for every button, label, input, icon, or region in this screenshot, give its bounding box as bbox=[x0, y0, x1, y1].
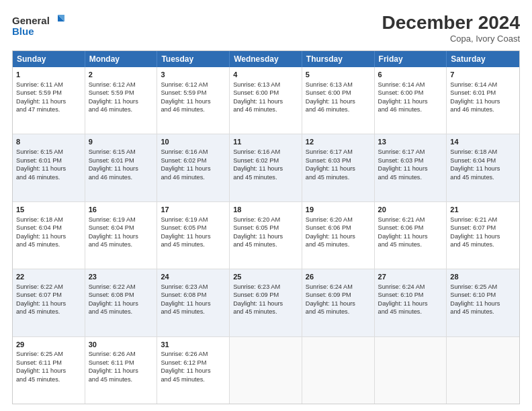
calendar-cell: 17Sunrise: 6:19 AMSunset: 6:05 PMDayligh… bbox=[157, 202, 230, 269]
day-info-line: Daylight: 11 hours bbox=[378, 165, 443, 173]
day-info-line: Daylight: 11 hours bbox=[161, 165, 226, 173]
calendar-cell: 26Sunrise: 6:24 AMSunset: 6:09 PMDayligh… bbox=[302, 269, 375, 336]
day-info-line: and 46 minutes. bbox=[89, 173, 154, 181]
day-info-line: Sunset: 6:10 PM bbox=[378, 291, 443, 299]
day-info-line: and 45 minutes. bbox=[16, 240, 81, 248]
day-info-line: Sunrise: 6:14 AM bbox=[450, 81, 516, 89]
day-number: 30 bbox=[89, 340, 154, 350]
day-info-line: Sunset: 6:02 PM bbox=[233, 156, 298, 165]
day-info-line: Daylight: 11 hours bbox=[89, 232, 154, 240]
calendar-header-cell: Thursday bbox=[302, 51, 375, 67]
day-info-line: Daylight: 11 hours bbox=[450, 165, 516, 173]
calendar-cell: 24Sunrise: 6:23 AMSunset: 6:08 PMDayligh… bbox=[157, 269, 230, 336]
subtitle: Copa, Ivory Coast bbox=[382, 34, 520, 44]
day-info-line: Sunrise: 6:13 AM bbox=[306, 81, 371, 89]
calendar-cell bbox=[375, 337, 447, 404]
day-info-line: Sunrise: 6:26 AM bbox=[89, 350, 154, 358]
day-info-line: and 45 minutes. bbox=[89, 240, 154, 248]
day-number: 25 bbox=[233, 272, 298, 282]
calendar-cell: 29Sunrise: 6:25 AMSunset: 6:11 PMDayligh… bbox=[13, 337, 85, 404]
day-info-line: and 45 minutes. bbox=[161, 308, 226, 316]
day-info-line: Sunrise: 6:13 AM bbox=[233, 81, 298, 89]
calendar-row: 29Sunrise: 6:25 AMSunset: 6:11 PMDayligh… bbox=[13, 337, 519, 404]
day-info-line: Sunrise: 6:26 AM bbox=[161, 350, 226, 358]
day-info-line: Sunrise: 6:23 AM bbox=[233, 283, 298, 291]
day-info-line: Sunset: 6:03 PM bbox=[378, 156, 443, 165]
day-info-line: Sunrise: 6:16 AM bbox=[161, 148, 226, 156]
day-info-line: Sunset: 6:00 PM bbox=[378, 89, 443, 97]
day-number: 1 bbox=[16, 70, 81, 80]
day-info-line: and 45 minutes. bbox=[306, 173, 371, 181]
day-info-line: Daylight: 11 hours bbox=[161, 232, 226, 240]
day-info-line: Sunset: 5:59 PM bbox=[161, 89, 226, 97]
day-info-line: and 45 minutes. bbox=[450, 308, 516, 316]
calendar-header: SundayMondayTuesdayWednesdayThursdayFrid… bbox=[13, 51, 519, 67]
calendar-cell: 15Sunrise: 6:18 AMSunset: 6:04 PMDayligh… bbox=[13, 202, 85, 269]
day-info-line: Sunset: 6:09 PM bbox=[233, 291, 298, 299]
day-number: 17 bbox=[161, 205, 226, 215]
day-info-line: and 46 minutes. bbox=[450, 105, 516, 113]
day-info-line: Daylight: 11 hours bbox=[233, 300, 298, 308]
day-info-line: Sunrise: 6:25 AM bbox=[16, 350, 81, 358]
day-info-line: Daylight: 11 hours bbox=[89, 300, 154, 308]
day-info-line: Sunrise: 6:20 AM bbox=[306, 216, 371, 224]
calendar-cell: 21Sunrise: 6:21 AMSunset: 6:07 PMDayligh… bbox=[447, 202, 519, 269]
calendar-cell: 10Sunrise: 6:16 AMSunset: 6:02 PMDayligh… bbox=[157, 134, 230, 201]
day-info-line: and 45 minutes. bbox=[450, 173, 516, 181]
day-info-line: Sunrise: 6:20 AM bbox=[233, 216, 298, 224]
day-info-line: Daylight: 11 hours bbox=[161, 367, 226, 375]
day-info-line: Daylight: 11 hours bbox=[306, 165, 371, 173]
calendar-cell: 31Sunrise: 6:26 AMSunset: 6:12 PMDayligh… bbox=[157, 337, 230, 404]
calendar-cell: 27Sunrise: 6:24 AMSunset: 6:10 PMDayligh… bbox=[375, 269, 447, 336]
calendar-cell bbox=[230, 337, 302, 404]
day-info-line: Sunset: 6:06 PM bbox=[306, 224, 371, 232]
day-info-line: and 45 minutes. bbox=[233, 308, 298, 316]
calendar-header-cell: Tuesday bbox=[157, 51, 230, 67]
calendar-row: 1Sunrise: 6:11 AMSunset: 5:59 PMDaylight… bbox=[13, 67, 519, 134]
day-info-line: and 46 minutes. bbox=[16, 173, 81, 181]
day-info-line: Daylight: 11 hours bbox=[16, 165, 81, 173]
day-info-line: and 45 minutes. bbox=[450, 240, 516, 248]
day-number: 15 bbox=[16, 205, 81, 215]
day-info-line: Sunset: 6:10 PM bbox=[450, 291, 516, 299]
calendar-cell: 12Sunrise: 6:17 AMSunset: 6:03 PMDayligh… bbox=[302, 134, 375, 201]
calendar-header-cell: Sunday bbox=[13, 51, 85, 67]
day-info-line: Sunrise: 6:11 AM bbox=[16, 81, 81, 89]
day-number: 12 bbox=[306, 137, 371, 147]
day-info-line: Daylight: 11 hours bbox=[161, 300, 226, 308]
calendar-cell: 1Sunrise: 6:11 AMSunset: 5:59 PMDaylight… bbox=[13, 67, 85, 134]
day-info-line: and 45 minutes. bbox=[16, 308, 81, 316]
day-info-line: and 46 minutes. bbox=[233, 105, 298, 113]
day-number: 19 bbox=[306, 205, 371, 215]
calendar-cell: 8Sunrise: 6:15 AMSunset: 6:01 PMDaylight… bbox=[13, 134, 85, 201]
day-info-line: Daylight: 11 hours bbox=[378, 97, 443, 105]
day-info-line: Daylight: 11 hours bbox=[89, 97, 154, 105]
day-number: 7 bbox=[450, 70, 516, 80]
calendar-row: 15Sunrise: 6:18 AMSunset: 6:04 PMDayligh… bbox=[13, 202, 519, 269]
day-info-line: Sunset: 6:01 PM bbox=[89, 156, 154, 165]
day-info-line: Sunrise: 6:25 AM bbox=[450, 283, 516, 291]
day-info-line: Daylight: 11 hours bbox=[16, 97, 81, 105]
day-info-line: and 46 minutes. bbox=[378, 105, 443, 113]
day-info-line: and 45 minutes. bbox=[161, 240, 226, 248]
day-info-line: Sunset: 6:09 PM bbox=[306, 291, 371, 299]
calendar-cell: 28Sunrise: 6:25 AMSunset: 6:10 PMDayligh… bbox=[447, 269, 519, 336]
day-info-line: and 45 minutes. bbox=[89, 308, 154, 316]
day-number: 4 bbox=[233, 70, 298, 80]
day-info-line: Sunrise: 6:18 AM bbox=[16, 216, 81, 224]
calendar-body: 1Sunrise: 6:11 AMSunset: 5:59 PMDaylight… bbox=[13, 67, 519, 404]
calendar-cell: 16Sunrise: 6:19 AMSunset: 6:04 PMDayligh… bbox=[85, 202, 158, 269]
day-info-line: Daylight: 11 hours bbox=[233, 97, 298, 105]
day-info-line: Daylight: 11 hours bbox=[161, 97, 226, 105]
day-info-line: Sunrise: 6:12 AM bbox=[89, 81, 154, 89]
day-info-line: and 45 minutes. bbox=[233, 173, 298, 181]
page: General Blue December 2024 Copa, Ivory C… bbox=[0, 0, 532, 411]
day-number: 2 bbox=[89, 70, 154, 80]
day-info-line: Sunrise: 6:15 AM bbox=[89, 148, 154, 156]
day-info-line: Daylight: 11 hours bbox=[450, 232, 516, 240]
day-number: 11 bbox=[233, 137, 298, 147]
calendar-cell: 23Sunrise: 6:22 AMSunset: 6:08 PMDayligh… bbox=[85, 269, 158, 336]
day-number: 22 bbox=[16, 272, 81, 282]
day-info-line: Daylight: 11 hours bbox=[16, 300, 81, 308]
day-number: 9 bbox=[89, 137, 154, 147]
